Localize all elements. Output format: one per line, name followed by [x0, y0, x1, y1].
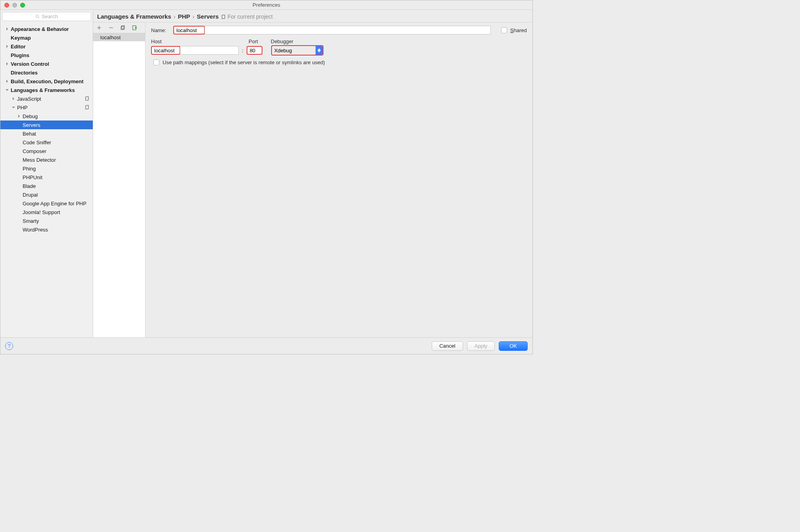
- tree-item-label: Composer: [23, 148, 46, 154]
- host-label: Host: [151, 38, 249, 44]
- port-label: Port: [249, 38, 271, 44]
- tree-item-label: PHP: [17, 105, 28, 111]
- svg-line-1: [38, 17, 39, 18]
- tree-item-label: Servers: [23, 122, 40, 128]
- host-port-separator: :: [242, 48, 243, 54]
- path-mappings-checkbox[interactable]: [153, 59, 159, 65]
- breadcrumb-part[interactable]: Languages & Frameworks: [97, 13, 171, 20]
- tree-item[interactable]: Blade: [0, 182, 93, 190]
- chevron-right-icon: [5, 27, 9, 31]
- project-scope-label: For current project: [221, 13, 273, 20]
- svg-point-0: [36, 15, 38, 17]
- settings-tree[interactable]: Appearance & BehaviorKeymapEditorPlugins…: [0, 23, 93, 337]
- tree-item[interactable]: Mess Detector: [0, 155, 93, 164]
- name-field-extend[interactable]: [205, 26, 491, 34]
- tree-item[interactable]: Behat: [0, 129, 93, 138]
- tree-item-label: WordPress: [23, 227, 48, 233]
- host-field[interactable]: [151, 46, 180, 55]
- tree-item-label: Languages & Frameworks: [11, 87, 75, 93]
- breadcrumb-part[interactable]: PHP: [178, 13, 190, 20]
- tree-item-label: Directories: [11, 70, 38, 76]
- tree-item[interactable]: Build, Execution, Deployment: [0, 77, 93, 86]
- debugger-select[interactable]: [271, 45, 323, 55]
- tree-item-label: Blade: [23, 183, 36, 189]
- tree-item-label: Google App Engine for PHP: [23, 201, 86, 207]
- server-list-pane: localhost: [93, 23, 145, 337]
- copy-button[interactable]: [119, 24, 126, 31]
- breadcrumb-separator: ›: [174, 13, 176, 20]
- tree-item[interactable]: Joomla! Support: [0, 208, 93, 216]
- tree-item[interactable]: Keymap: [0, 33, 93, 42]
- tree-item-label: Drupal: [23, 192, 38, 198]
- tree-item[interactable]: Editor: [0, 42, 93, 51]
- tree-item[interactable]: Phing: [0, 164, 93, 173]
- remove-button[interactable]: [107, 24, 115, 31]
- tree-item-label: Plugins: [11, 52, 29, 58]
- import-button[interactable]: [131, 24, 138, 31]
- tree-item[interactable]: Smarty: [0, 216, 93, 225]
- name-field[interactable]: [173, 26, 205, 34]
- tree-item[interactable]: Google App Engine for PHP: [0, 199, 93, 208]
- preferences-window: Preferences Search Appearance & Behavior…: [0, 0, 533, 354]
- tree-item-label: Editor: [11, 44, 26, 50]
- host-field-extend[interactable]: [180, 46, 239, 55]
- select-arrows-icon: [316, 46, 323, 55]
- debugger-label: Debugger: [271, 38, 293, 44]
- search-placeholder: Search: [42, 13, 58, 19]
- shared-label: Shared: [510, 27, 527, 33]
- sidebar: Search Appearance & BehaviorKeymapEditor…: [0, 10, 93, 337]
- tree-item-label: Phing: [23, 166, 36, 172]
- tree-item[interactable]: PHPUnit: [0, 173, 93, 182]
- tree-item-label: Appearance & Behavior: [11, 26, 69, 32]
- chevron-down-icon: [5, 88, 9, 92]
- shared-checkbox[interactable]: [501, 27, 507, 33]
- tree-item[interactable]: Directories: [0, 68, 93, 77]
- dialog-footer: ? Cancel Apply OK: [0, 337, 532, 354]
- titlebar: Preferences: [0, 0, 532, 10]
- project-scope-icon: [85, 105, 90, 111]
- tree-item[interactable]: Composer: [0, 147, 93, 155]
- tree-item[interactable]: JavaScript: [0, 94, 93, 103]
- server-list[interactable]: localhost: [93, 33, 145, 337]
- tree-item[interactable]: WordPress: [0, 225, 93, 234]
- tree-item[interactable]: Debug: [0, 112, 93, 121]
- path-mappings-label: Use path mappings (select if the server …: [163, 59, 325, 65]
- tree-item-label: Keymap: [11, 35, 31, 41]
- breadcrumb: Languages & Frameworks › PHP › Servers F…: [93, 10, 532, 23]
- name-label: Name:: [151, 27, 173, 33]
- apply-button[interactable]: Apply: [467, 341, 495, 351]
- project-scope-icon: [221, 14, 226, 19]
- cancel-button[interactable]: Cancel: [432, 341, 463, 351]
- tree-item-label: Smarty: [23, 218, 39, 224]
- tree-item-label: Behat: [23, 131, 36, 137]
- server-list-item[interactable]: localhost: [93, 33, 145, 41]
- search-icon: [35, 14, 40, 19]
- tree-item-label: Version Control: [11, 61, 49, 67]
- add-button[interactable]: [96, 24, 103, 31]
- tree-item[interactable]: Servers: [0, 121, 93, 129]
- tree-item[interactable]: PHP: [0, 103, 93, 112]
- help-button[interactable]: ?: [5, 342, 13, 350]
- tree-item[interactable]: Drupal: [0, 190, 93, 199]
- breadcrumb-separator: ›: [193, 13, 195, 20]
- port-field[interactable]: [247, 46, 262, 55]
- tree-item[interactable]: Appearance & Behavior: [0, 25, 93, 33]
- server-name: localhost: [100, 34, 121, 40]
- search-input[interactable]: Search: [2, 12, 91, 21]
- tree-item[interactable]: Plugins: [0, 51, 93, 59]
- project-scope-icon: [85, 96, 90, 102]
- ok-button[interactable]: OK: [499, 341, 528, 351]
- tree-item-label: Code Sniffer: [23, 140, 51, 145]
- tree-item[interactable]: Languages & Frameworks: [0, 86, 93, 94]
- chevron-right-icon: [11, 97, 15, 101]
- chevron-right-icon: [5, 62, 9, 66]
- chevron-right-icon: [5, 79, 9, 83]
- tree-item-label: Debug: [23, 113, 38, 119]
- chevron-down-icon: [11, 105, 15, 109]
- tree-item[interactable]: Code Sniffer: [0, 138, 93, 147]
- tree-item-label: PHPUnit: [23, 174, 42, 180]
- tree-item[interactable]: Version Control: [0, 59, 93, 68]
- breadcrumb-part[interactable]: Servers: [197, 13, 219, 20]
- chevron-right-icon: [17, 114, 21, 118]
- server-form: Name: Shared Host Port Debugger: [145, 23, 532, 337]
